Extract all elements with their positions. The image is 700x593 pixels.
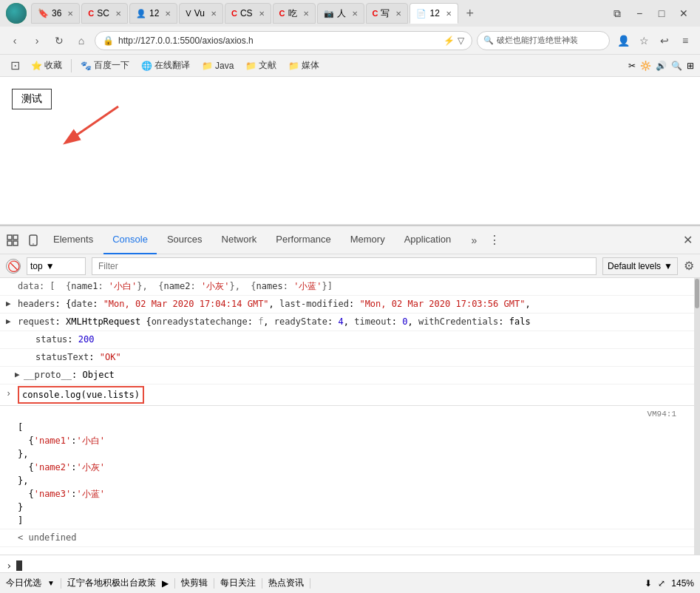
bookmark-media-label: 媒体	[302, 59, 319, 72]
expand-icon[interactable]: ⤢	[658, 578, 665, 589]
bookmark-java[interactable]: 📁 Java	[197, 59, 238, 72]
devtools-inspect-button[interactable]: ⊡	[6, 57, 24, 75]
bottom-item-2[interactable]: 辽宁各地积极出台政策	[67, 577, 156, 589]
tab-9-active[interactable]: 📄 12 ✕	[410, 3, 458, 24]
tab-7-close[interactable]: ✕	[352, 10, 358, 18]
url-box[interactable]: 🔒 http://127.0.0.1:5500/axios/axios.h ⚡ …	[95, 31, 472, 50]
bm-action-4[interactable]: 🔍	[671, 61, 682, 71]
tab-performance[interactable]: Performance	[267, 226, 339, 254]
tab-7[interactable]: 📷 人 ✕	[317, 3, 364, 24]
tab-5-close[interactable]: ✕	[259, 10, 265, 18]
star-icon: ⭐	[31, 61, 42, 71]
bookmark-translate[interactable]: 🌐 在线翻译	[137, 58, 194, 73]
tab-3-label: 12	[149, 8, 159, 18]
bm-action-5[interactable]: ⊞	[687, 61, 694, 71]
tab-3[interactable]: 👤 12 ✕	[129, 3, 177, 24]
forward-button[interactable]: ›	[28, 32, 46, 50]
bottom-sep-4	[262, 578, 262, 589]
arrow-icon-request[interactable]: ▶	[6, 315, 11, 328]
tab-6-label: 吃	[288, 7, 297, 20]
arrow-icon-headers[interactable]: ▶	[6, 297, 11, 311]
close-button[interactable]: ✕	[673, 3, 694, 24]
vm-ref: VM94:1	[647, 407, 676, 421]
arrow-icon-proto[interactable]: ▶	[15, 368, 20, 382]
tab-2[interactable]: C SC ✕	[81, 3, 128, 24]
search-box[interactable]: 🔍 破烂也能打造绝世神装	[477, 31, 610, 50]
bm-action-3[interactable]: 🔊	[656, 61, 667, 71]
tab-elements[interactable]: Elements	[44, 226, 102, 254]
console-scrollbar[interactable]	[694, 278, 700, 555]
console-clear-button[interactable]: 🚫	[6, 259, 21, 274]
tab-6[interactable]: C 吃 ✕	[273, 3, 316, 24]
console-context-selector[interactable]: top ▼	[27, 257, 86, 275]
tab-1[interactable]: 🔖 36 ✕	[31, 3, 80, 24]
bottom-item-1[interactable]: 今日优选	[6, 577, 41, 589]
bm-action-2[interactable]: 🔆	[640, 61, 651, 71]
request-line: request: XMLHttpRequest {onreadystatecha…	[18, 316, 531, 327]
array-lines: [ {'name1':'小白' }, {'name2':'小灰' }, {'na…	[18, 421, 688, 527]
bookmark-star-button[interactable]: ☆	[635, 32, 653, 50]
console-cursor	[16, 560, 22, 571]
bottom-item-3[interactable]: 快剪辑	[181, 577, 208, 589]
console-settings-button[interactable]: ⚙	[684, 259, 694, 273]
chevron-down-icon-1: ▼	[47, 579, 55, 587]
home-button[interactable]: ⌂	[72, 32, 90, 50]
console-filter-input[interactable]	[92, 257, 597, 275]
devtools-more-tabs[interactable]: »	[464, 231, 483, 250]
tab-8[interactable]: C 写 ✕	[366, 3, 409, 24]
headers-line: headers: {date: "Mon, 02 Mar 2020 17:04:…	[18, 299, 531, 309]
menu-button[interactable]: ≡	[676, 32, 694, 50]
bookmark-media[interactable]: 📁 媒体	[284, 58, 324, 73]
bookmark-collections[interactable]: ⭐ 收藏	[27, 58, 67, 73]
tab-6-close[interactable]: ✕	[303, 10, 309, 18]
user-button[interactable]: 👤	[614, 32, 632, 50]
tab-network[interactable]: Network	[213, 226, 266, 254]
svg-rect-2	[7, 235, 12, 240]
bookmark-documents-label: 文献	[259, 59, 276, 72]
svg-line-1	[67, 106, 118, 142]
console-entry-proto: ▶ __proto__: Object	[0, 367, 694, 384]
tab-console[interactable]: Console	[103, 226, 157, 254]
tab-8-close[interactable]: ✕	[395, 10, 401, 18]
tab-sources[interactable]: Sources	[158, 226, 211, 254]
url-icons: ⚡ ▽	[444, 35, 464, 46]
bottom-label-2: 辽宁各地积极出台政策	[67, 577, 156, 589]
console-output: data: [ {name1: '小白'}, {name2: '小灰'}, {n…	[0, 278, 694, 555]
reload-button[interactable]: ↻	[50, 32, 68, 50]
new-tab-button[interactable]: +	[460, 3, 480, 24]
tab-2-close[interactable]: ✕	[115, 10, 121, 18]
bottom-item-5[interactable]: 热点资讯	[268, 577, 304, 589]
tab-application[interactable]: Application	[395, 226, 461, 254]
minimize-button[interactable]: −	[629, 3, 650, 24]
back-button[interactable]: ‹	[6, 32, 24, 50]
bottom-label-3: 快剪辑	[181, 577, 208, 589]
history-button[interactable]: ↩	[656, 32, 673, 50]
download-icon[interactable]: ⬇	[645, 578, 652, 589]
tab-memory[interactable]: Memory	[341, 226, 394, 254]
devtools-inspect-toggle[interactable]	[3, 231, 22, 250]
devtools-close-button[interactable]: ✕	[678, 231, 697, 250]
tab-1-close[interactable]: ✕	[67, 10, 73, 18]
console-entry-command: › console.log(vue.lists)	[0, 384, 694, 406]
bottom-item-4[interactable]: 每日关注	[220, 577, 256, 589]
scrollbar-thumb[interactable]	[695, 279, 699, 308]
maximize-button[interactable]: □	[651, 3, 672, 24]
extension-icon-1[interactable]: ⚡	[444, 35, 455, 46]
devtools-mobile-toggle[interactable]	[24, 231, 43, 250]
bottom-sep-5	[310, 578, 310, 589]
tab-3-close[interactable]: ✕	[165, 10, 171, 18]
tab-8-label: 写	[381, 7, 390, 20]
tab-4[interactable]: V Vu ✕	[179, 3, 223, 24]
devtools-menu-button[interactable]: ⋮	[485, 231, 504, 250]
tab-4-close[interactable]: ✕	[211, 10, 217, 18]
bottom-sep-3	[214, 578, 214, 589]
extension-icon-2[interactable]: ▽	[458, 35, 464, 46]
tab-5[interactable]: C CS ✕	[225, 3, 271, 24]
bookmark-baidu[interactable]: 🐾 百度一下	[76, 58, 134, 73]
tab-9-close[interactable]: ✕	[446, 10, 452, 18]
restore-window-button[interactable]: ⧉	[607, 3, 628, 24]
console-levels-selector[interactable]: Default levels ▼	[602, 257, 678, 275]
bm-action-1[interactable]: ✂	[628, 61, 636, 71]
zoom-level: 145%	[671, 578, 694, 589]
bookmark-documents[interactable]: 📁 文献	[241, 58, 281, 73]
